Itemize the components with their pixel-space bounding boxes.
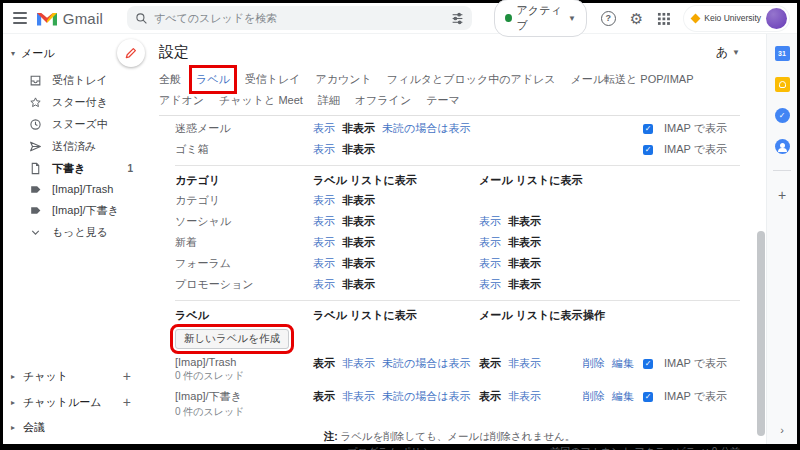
show-link[interactable]: 表示 [313,235,335,250]
tab-chat-meet[interactable]: チャットと Meet [219,93,303,108]
sidebar-item-starred[interactable]: スター付き [3,91,145,113]
imap-checkbox[interactable] [643,124,653,134]
imap-checkbox[interactable] [643,145,653,155]
note-text: 注: ラベルを削除しても、メールは削除されません。 [159,430,740,444]
hide-selected[interactable]: 非表示 [508,214,541,229]
settings-gear-button[interactable]: ⚙ [630,11,643,26]
collapse-panel-icon[interactable]: › [780,424,784,444]
show-link[interactable]: 表示 [479,214,501,229]
table-row-spam: 迷惑メール 表示 非表示 未読の場合は表示 IMAP で表示 [175,118,740,139]
send-icon [29,140,42,153]
left-sidebar: ▾ メール 受信トレイ スター付き スヌーズ中 送信済み 下書き [3,34,145,444]
tab-advanced[interactable]: 詳細 [318,93,340,108]
search-options-icon[interactable] [451,12,464,25]
edit-link[interactable]: 編集 [612,356,634,371]
tab-filters[interactable]: フィルタとブロック中のアドレス [387,72,556,87]
delete-link[interactable]: 削除 [583,389,605,404]
hide-selected[interactable]: 非表示 [342,121,375,136]
tab-themes[interactable]: テーマ [426,93,460,108]
edit-link[interactable]: 編集 [612,389,634,404]
tab-general[interactable]: 全般 [159,72,181,87]
show-selected[interactable]: 表示 [479,389,501,404]
show-link[interactable]: 表示 [313,193,335,208]
show-link[interactable]: 表示 [479,235,501,250]
hide-selected[interactable]: 非表示 [342,235,375,250]
imap-checkbox[interactable] [643,392,653,402]
search-input[interactable] [154,12,451,24]
tab-labels[interactable]: ラベル [196,72,230,87]
tab-addons[interactable]: アドオン [159,93,204,108]
hide-selected[interactable]: 非表示 [508,277,541,292]
menu-icon[interactable] [13,12,27,24]
help-button[interactable]: ? [601,11,616,26]
scrollbar-thumb[interactable] [757,231,765,436]
compose-button[interactable] [117,39,145,67]
tab-accounts[interactable]: アカウント [316,72,372,87]
calendar-icon[interactable]: 31 [775,46,790,61]
show-link[interactable]: 表示 [313,121,335,136]
hide-selected[interactable]: 非表示 [342,214,375,229]
contacts-icon[interactable] [775,139,790,154]
get-addons-icon[interactable]: + [778,187,786,203]
sidebar-item-more[interactable]: もっと見る [3,221,145,243]
sidebar-item-imap-trash[interactable]: [Imap]/Trash [3,179,145,199]
hide-link[interactable]: 非表示 [508,356,541,371]
avatar[interactable] [766,8,787,29]
hide-selected[interactable]: 非表示 [508,256,541,271]
table-row-category: カテゴリ 表示非表示 [175,190,740,211]
sidebar-item-chat[interactable]: ▸ チャット + [3,363,145,389]
add-chat-icon[interactable]: + [123,368,131,384]
show-if-unread-link[interactable]: 未読の場合は表示 [382,389,471,404]
hide-selected[interactable]: 非表示 [342,277,375,292]
chevron-down-icon [29,226,42,239]
input-method-selector[interactable]: あ ▼ [716,44,740,61]
imap-checkbox[interactable] [643,359,653,369]
sidebar-item-chatrooms[interactable]: ▸ チャットルーム + [3,389,145,415]
draft-icon [29,162,42,175]
search-bar[interactable] [127,6,472,30]
show-selected[interactable]: 表示 [479,356,501,371]
tasks-icon[interactable]: ✓ [775,108,790,123]
create-label-button[interactable]: 新しいラベルを作成 [175,329,289,349]
gmail-logo[interactable]: Gmail [37,10,103,27]
tab-forwarding[interactable]: メール転送と POP/IMAP [570,72,693,87]
show-link[interactable]: 表示 [313,214,335,229]
sidebar-item-snoozed[interactable]: スヌーズ中 [3,113,145,135]
hide-selected[interactable]: 非表示 [508,235,541,250]
sidebar-item-meet[interactable]: ▸ 会議 [3,415,145,440]
show-link[interactable]: 表示 [479,277,501,292]
delete-link[interactable]: 削除 [583,356,605,371]
hide-link[interactable]: 非表示 [508,389,541,404]
hide-selected[interactable]: 非表示 [342,193,375,208]
sidebar-item-sent[interactable]: 送信済み [3,135,145,157]
hide-selected[interactable]: 非表示 [342,256,375,271]
hide-link[interactable]: 非表示 [342,389,375,404]
labels-header-row: ラベル ラベル リストに表示 メール リストに表示 操作 [175,305,740,325]
table-row-social: ソーシャル 表示非表示 表示非表示 [175,211,740,232]
show-link[interactable]: 表示 [313,142,335,157]
sidebar-section-label: メール [21,46,55,61]
show-link[interactable]: 表示 [313,277,335,292]
keep-icon[interactable] [775,77,790,92]
status-selector[interactable]: アクティブ ▼ [494,0,587,37]
org-account-chip[interactable]: Keio University [684,6,789,31]
sidebar-item-imap-drafts[interactable]: [Imap]/下書き [3,199,145,221]
program-policies-link[interactable]: プログラム ポリシー [347,444,442,450]
show-selected[interactable]: 表示 [313,389,335,404]
hide-link[interactable]: 非表示 [342,356,375,371]
google-apps-icon[interactable] [657,12,670,25]
hide-selected[interactable]: 非表示 [342,142,375,157]
create-label-row: 新しいラベルを作成 [175,325,740,353]
show-if-unread-link[interactable]: 未読の場合は表示 [382,121,471,136]
tab-offline[interactable]: オフライン [355,93,411,108]
tab-inbox[interactable]: 受信トレイ [245,72,301,87]
row-label: ゴミ箱 [175,142,313,157]
show-selected[interactable]: 表示 [313,356,335,371]
table-row-trash: ゴミ箱 表示 非表示 IMAP で表示 [175,139,740,160]
add-room-icon[interactable]: + [123,394,131,410]
show-if-unread-link[interactable]: 未読の場合は表示 [382,356,471,371]
show-link[interactable]: 表示 [479,256,501,271]
sidebar-item-drafts[interactable]: 下書き 1 [3,157,145,179]
show-link[interactable]: 表示 [313,256,335,271]
sidebar-item-inbox[interactable]: 受信トレイ [3,69,145,91]
